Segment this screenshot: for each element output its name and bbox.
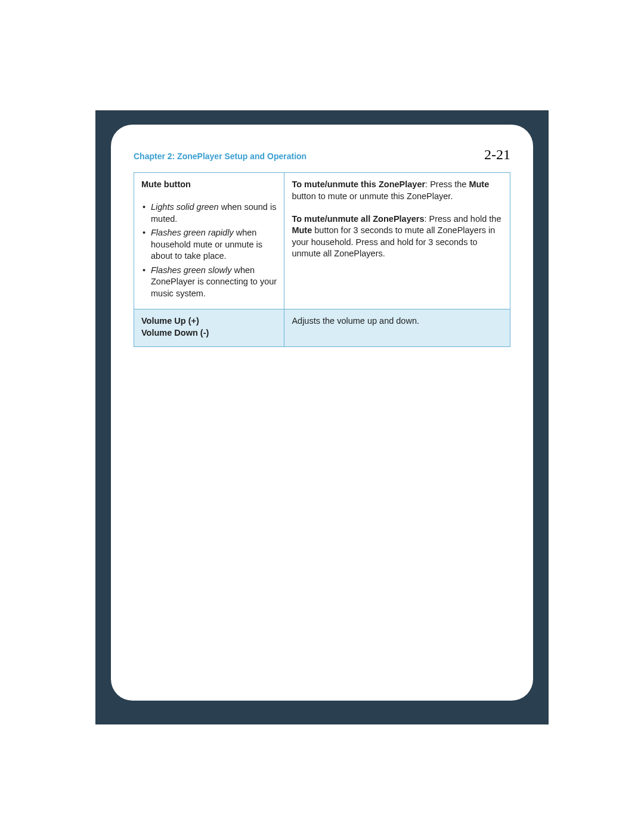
page-header: Chapter 2: ZonePlayer Setup and Operatio… bbox=[134, 145, 510, 164]
mute-button-bullets: Lights solid green when sound is muted. … bbox=[141, 202, 277, 300]
mute-this-mid: : Press the bbox=[425, 179, 469, 189]
mute-this-paragraph: To mute/unmute this ZonePlayer: Press th… bbox=[292, 179, 503, 202]
page-number: 2-21 bbox=[484, 145, 510, 164]
volume-cell-left: Volume Up (+) Volume Down (-) bbox=[134, 309, 284, 346]
mute-this-bold: To mute/unmute this ZonePlayer bbox=[292, 179, 425, 189]
mute-word: Mute bbox=[469, 179, 489, 189]
page: Chapter 2: ZonePlayer Setup and Operatio… bbox=[111, 125, 533, 701]
chapter-title: Chapter 2: ZonePlayer Setup and Operatio… bbox=[134, 151, 306, 162]
volume-up-label: Volume Up (+) bbox=[141, 316, 199, 326]
table-row: Mute button Lights solid green when soun… bbox=[134, 173, 510, 309]
mute-word: Mute bbox=[292, 225, 312, 235]
list-item: Lights solid green when sound is muted. bbox=[141, 202, 277, 225]
list-item: Flashes green slowly when ZonePlayer is … bbox=[141, 265, 277, 300]
mute-button-cell-right: To mute/unmute this ZonePlayer: Press th… bbox=[284, 173, 510, 309]
list-item: Flashes green rapidly when household mut… bbox=[141, 227, 277, 262]
mute-this-end: button to mute or unmute this ZonePlayer… bbox=[292, 191, 453, 201]
document-frame: Chapter 2: ZonePlayer Setup and Operatio… bbox=[95, 110, 549, 724]
mute-all-paragraph: To mute/unmute all ZonePlayers: Press an… bbox=[292, 213, 503, 260]
mute-button-title: Mute button bbox=[141, 179, 191, 189]
controls-table: Mute button Lights solid green when soun… bbox=[134, 172, 510, 346]
volume-down-label: Volume Down (-) bbox=[141, 327, 277, 339]
bullet-em: Flashes green rapidly bbox=[151, 228, 234, 237]
mute-all-mid: : Press and hold the bbox=[425, 214, 501, 224]
bullet-em: Lights solid green bbox=[151, 202, 219, 212]
bullet-em: Flashes green slowly bbox=[151, 265, 231, 275]
mute-button-cell-left: Mute button Lights solid green when soun… bbox=[134, 173, 284, 309]
volume-description: Adjusts the volume up and down. bbox=[292, 316, 419, 326]
mute-all-bold: To mute/unmute all ZonePlayers bbox=[292, 214, 424, 224]
volume-cell-right: Adjusts the volume up and down. bbox=[284, 309, 510, 346]
table-row: Volume Up (+) Volume Down (-) Adjusts th… bbox=[134, 309, 510, 346]
mute-all-end: button for 3 seconds to mute all ZonePla… bbox=[292, 225, 495, 258]
